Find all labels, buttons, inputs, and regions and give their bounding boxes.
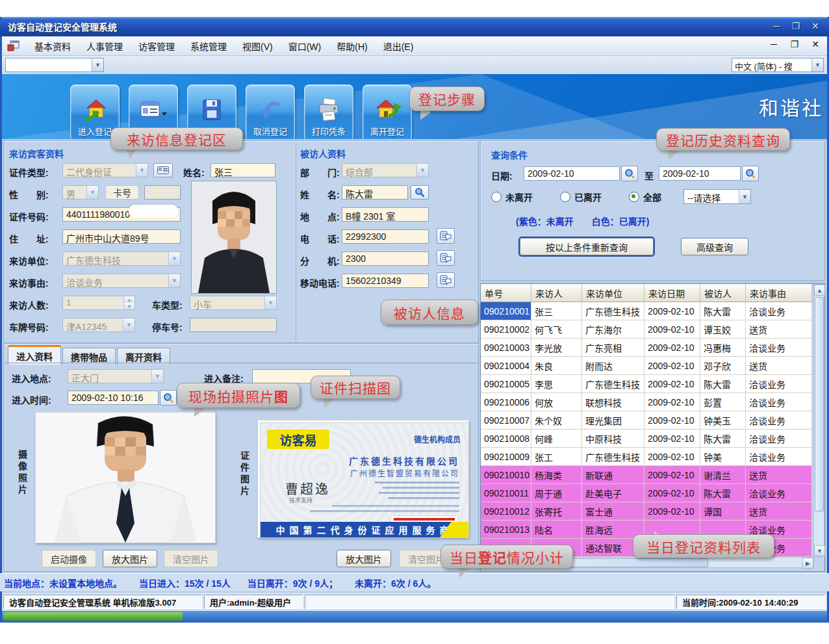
table-cell[interactable]: 广东德生科技 bbox=[582, 302, 644, 320]
table-cell[interactable]: 2009-02-10 bbox=[644, 339, 700, 357]
table-cell[interactable]: 090210002 bbox=[481, 320, 531, 339]
tab-进入资料[interactable]: 进入资料 bbox=[8, 345, 61, 365]
table-row[interactable]: 090210007朱个奴理光集团2009-02-10钟美玉洽谈业务 bbox=[481, 411, 824, 430]
entry-location-dropdown[interactable]: 正大门▼ bbox=[68, 369, 164, 383]
table-cell[interactable]: 2009-02-10 bbox=[644, 502, 700, 521]
chevron-down-icon[interactable]: ▼ bbox=[416, 164, 428, 177]
card-reader-button[interactable] bbox=[153, 163, 173, 177]
table-row[interactable]: 090210008何峰中原科技2009-02-10陈大雷洽谈业务 bbox=[481, 430, 824, 448]
mdi-restore-icon[interactable]: ❐ bbox=[789, 39, 800, 49]
table-cell[interactable]: 赴美电子 bbox=[582, 484, 644, 502]
table-row[interactable]: 090210010杨海类新联通2009-02-10谢清兰送货 bbox=[481, 466, 824, 484]
table-cell[interactable]: 090210004 bbox=[481, 357, 531, 375]
card-number-button[interactable]: 卡号 bbox=[105, 185, 139, 200]
table-cell[interactable]: 090210012 bbox=[481, 502, 531, 521]
quick-select-combobox[interactable]: ▼ bbox=[5, 58, 104, 72]
table-cell[interactable]: 2009-02-10 bbox=[644, 357, 700, 375]
call-notify-button[interactable] bbox=[437, 250, 455, 266]
date-from-field[interactable]: 2009-02-10 bbox=[524, 166, 620, 181]
address-field[interactable]: 广州市中山大道89号 bbox=[62, 229, 181, 244]
car-type-dropdown[interactable]: 小车▼ bbox=[190, 296, 277, 310]
table-cell[interactable]: 2009-02-10 bbox=[644, 411, 700, 430]
menu-item[interactable]: 访客管理 bbox=[131, 37, 183, 55]
close-icon[interactable]: ✕ bbox=[808, 19, 823, 32]
table-cell[interactable]: 洽谈业务 bbox=[746, 375, 812, 393]
scroll-right-icon[interactable]: ▶ bbox=[802, 558, 813, 569]
table-cell[interactable]: 张工 bbox=[531, 448, 582, 466]
restore-icon[interactable]: ❐ bbox=[789, 19, 803, 32]
visited-name-field[interactable]: 陈大雷 bbox=[342, 185, 408, 200]
ext-field[interactable]: 2300 bbox=[342, 251, 429, 266]
mobile-field[interactable]: 15602210349 bbox=[342, 274, 429, 288]
chevron-down-icon[interactable]: ▼ bbox=[92, 58, 103, 71]
column-header[interactable]: 被访人 bbox=[700, 284, 746, 302]
photo-button[interactable]: 清空图片 bbox=[164, 550, 218, 567]
filter-select[interactable]: --请选择▼ bbox=[683, 189, 751, 204]
table-cell[interactable]: 2009-02-10 bbox=[644, 393, 700, 411]
chevron-down-icon[interactable]: ▼ bbox=[168, 252, 180, 265]
table-cell[interactable]: 洽谈业务 bbox=[746, 302, 812, 320]
table-cell[interactable]: 张寄托 bbox=[531, 502, 582, 521]
table-cell[interactable]: 陈大雷 bbox=[700, 430, 746, 448]
visitor-name-field[interactable]: 张三 bbox=[210, 163, 275, 177]
table-cell[interactable]: 090210003 bbox=[481, 339, 531, 357]
table-cell[interactable]: 送货 bbox=[746, 466, 812, 484]
mdi-minimize-icon[interactable]: ─ bbox=[768, 39, 780, 49]
radio-icon[interactable] bbox=[491, 192, 502, 202]
radio-未离开[interactable]: 未离开 bbox=[491, 190, 533, 203]
table-cell[interactable]: 陆名 bbox=[531, 521, 582, 539]
spin-down-icon[interactable]: ▼ bbox=[124, 303, 134, 309]
table-cell[interactable]: 李光放 bbox=[531, 339, 582, 357]
requery-button[interactable]: 按以上条件重新查询 bbox=[520, 238, 654, 255]
table-cell[interactable]: 090210013 bbox=[481, 521, 531, 539]
location-field[interactable]: B幢 2301 室 bbox=[342, 207, 429, 222]
toolbar-button[interactable]: 离开登记 bbox=[363, 84, 412, 139]
search-person-button[interactable] bbox=[411, 185, 429, 200]
table-cell[interactable]: 洽谈业务 bbox=[746, 484, 812, 502]
entry-time-field[interactable]: 2009-02-10 10:16 bbox=[68, 391, 159, 405]
menu-item[interactable]: 系统管理 bbox=[183, 37, 235, 55]
cert-type-dropdown[interactable]: 二代身份证▼ bbox=[62, 163, 148, 177]
column-header[interactable]: 来访日期 bbox=[644, 284, 700, 302]
scroll-down-icon[interactable]: ▼ bbox=[814, 545, 825, 556]
table-cell[interactable]: 送货 bbox=[746, 502, 812, 521]
column-header[interactable]: 来访单位 bbox=[582, 284, 644, 302]
table-row[interactable]: 090210009张工广东德生科技2009-02-10钟美洽谈业务 bbox=[481, 448, 824, 466]
table-cell[interactable]: 何飞飞 bbox=[531, 320, 582, 339]
menu-item[interactable]: 基本资料 bbox=[27, 37, 79, 55]
table-row[interactable]: 090210001张三广东德生科技2009-02-10陈大雷洽谈业务 bbox=[481, 302, 824, 320]
table-cell[interactable]: 广东德生科技 bbox=[582, 448, 644, 466]
table-cell[interactable]: 洽谈业务 bbox=[746, 448, 812, 466]
radio-icon[interactable] bbox=[629, 192, 639, 202]
table-cell[interactable]: 2009-02-10 bbox=[644, 466, 700, 484]
chevron-down-icon[interactable]: ▼ bbox=[168, 274, 180, 287]
menu-item[interactable]: 人事管理 bbox=[79, 37, 131, 55]
table-cell[interactable]: 广东亮相 bbox=[582, 339, 644, 357]
table-cell[interactable]: 090210005 bbox=[481, 375, 531, 393]
table-cell[interactable]: 何放 bbox=[531, 393, 582, 411]
table-row[interactable]: 090210012张寄托富士通2009-02-10谭国送货 bbox=[481, 502, 824, 521]
spin-up-icon[interactable]: ▲ bbox=[124, 296, 134, 303]
table-cell[interactable]: 新联通 bbox=[582, 466, 644, 484]
scroll-up-icon[interactable]: ▲ bbox=[814, 285, 825, 296]
table-cell[interactable]: 090210007 bbox=[481, 411, 531, 430]
radio-已离开[interactable]: 已离开 bbox=[560, 190, 602, 203]
photo-button[interactable]: 放大图片 bbox=[337, 550, 391, 567]
call-notify-button[interactable] bbox=[437, 272, 455, 288]
table-cell[interactable]: 邓子欣 bbox=[700, 357, 746, 375]
table-cell[interactable]: 冯惠梅 bbox=[700, 339, 746, 357]
table-cell[interactable]: 2009-02-10 bbox=[644, 448, 700, 466]
date-from-picker-button[interactable] bbox=[621, 166, 638, 181]
dept-dropdown[interactable]: 综合部▼ bbox=[342, 163, 429, 177]
table-row[interactable]: 090210004朱良附而达2009-02-10邓子欣送货 bbox=[481, 357, 824, 375]
table-cell[interactable]: 090210008 bbox=[481, 430, 531, 448]
table-cell[interactable]: 周于通 bbox=[531, 484, 582, 502]
table-cell[interactable]: 洽谈业务 bbox=[746, 411, 812, 430]
column-header[interactable]: 来访事由 bbox=[746, 284, 812, 302]
visit-reason-dropdown[interactable]: 洽谈业务▼ bbox=[62, 274, 181, 288]
table-cell[interactable]: 谭玉姣 bbox=[700, 320, 746, 339]
visit-unit-dropdown[interactable]: 广东德生科技▼ bbox=[62, 251, 181, 266]
table-cell[interactable]: 附而达 bbox=[582, 357, 644, 375]
table-cell[interactable]: 送货 bbox=[746, 357, 812, 375]
table-cell[interactable]: 钟美玉 bbox=[700, 411, 746, 430]
